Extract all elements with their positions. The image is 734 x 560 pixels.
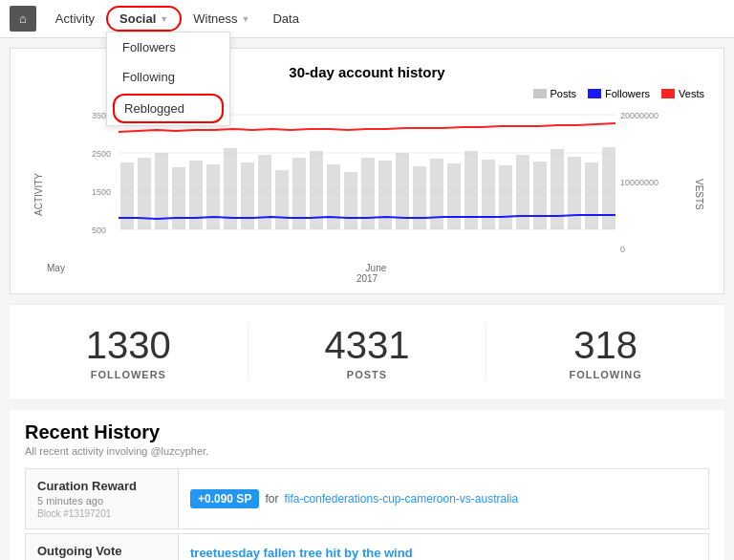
history-time-0: 5 minutes ago — [37, 495, 166, 506]
chart-svg: 3500 2500 1500 500 20000000 10000000 0 — [47, 105, 687, 258]
stat-followers-number: 1330 — [10, 324, 248, 367]
sp-badge-0: +0.090 SP — [190, 489, 259, 508]
svg-rect-39 — [602, 147, 615, 229]
svg-text:500: 500 — [92, 226, 106, 235]
svg-text:20000000: 20000000 — [620, 111, 658, 120]
history-for-text-0: for — [265, 492, 278, 506]
dropdown-following[interactable]: Following — [107, 62, 229, 92]
svg-rect-24 — [344, 172, 357, 229]
svg-text:10000000: 10000000 — [620, 178, 658, 187]
history-left-1: Outgoing Vote 10 minutes ago Block #1319… — [26, 534, 179, 560]
legend-vests-icon — [661, 89, 675, 98]
stat-posts: 4331 POSTS — [248, 324, 486, 380]
svg-rect-23 — [327, 164, 340, 229]
x-label-may: May — [47, 263, 65, 273]
recent-section: Recent History All recent activity invol… — [10, 410, 724, 560]
svg-rect-37 — [568, 157, 581, 229]
chart-year: 2017 — [47, 273, 687, 284]
history-link-0[interactable]: fifa-confederations-cup-cameroon-vs-aust… — [284, 492, 518, 506]
svg-rect-28 — [413, 166, 426, 229]
stat-followers-label: FOLLOWERS — [10, 369, 248, 380]
svg-rect-32 — [482, 160, 495, 229]
svg-rect-33 — [499, 165, 512, 229]
history-item-1: Outgoing Vote 10 minutes ago Block #1319… — [25, 533, 709, 560]
recent-title: Recent History — [25, 421, 709, 443]
y-axis-label-right: VESTS — [687, 105, 704, 284]
y-axis-label-left: ACTIVITY — [30, 105, 47, 284]
svg-rect-34 — [516, 155, 529, 229]
social-dropdown-menu: Followers Following Reblogged — [106, 32, 230, 126]
nav-activity[interactable]: Activity — [44, 6, 106, 32]
svg-text:0: 0 — [620, 245, 625, 254]
legend-followers: Followers — [588, 88, 650, 99]
nav-data[interactable]: Data — [261, 6, 310, 32]
x-label-june: June — [366, 263, 387, 273]
legend-followers-icon — [588, 89, 601, 98]
stat-posts-number: 4331 — [248, 324, 486, 367]
stat-posts-label: POSTS — [248, 369, 486, 380]
dropdown-followers[interactable]: Followers — [107, 32, 229, 62]
chart-xaxis: May June — [47, 261, 687, 273]
svg-rect-35 — [533, 162, 547, 229]
history-right-1: treetuesday fallen tree hit by the wind … — [179, 534, 708, 560]
nav-social-button[interactable]: Social ▼ — [106, 6, 182, 32]
svg-rect-26 — [378, 161, 392, 229]
nav-witness[interactable]: Witness ▼ — [182, 6, 261, 32]
svg-rect-18 — [241, 162, 254, 229]
navbar: ⌂ Activity Social ▼ Followers Following … — [0, 0, 734, 38]
chart-inner: 3500 2500 1500 500 20000000 10000000 0 — [47, 105, 687, 284]
stat-following: 318 FOLLOWING — [486, 324, 724, 380]
dropdown-reblogged[interactable]: Reblogged — [113, 94, 224, 123]
svg-text:2500: 2500 — [92, 149, 111, 159]
stat-following-number: 318 — [486, 324, 724, 367]
history-right-0: +0.090 SP for fifa-confederations-cup-ca… — [179, 469, 708, 528]
history-type-1: Outgoing Vote — [37, 544, 166, 558]
history-item-0: Curation Reward 5 minutes ago Block #131… — [25, 468, 709, 529]
svg-rect-20 — [275, 170, 289, 229]
nav-social-dropdown: Social ▼ Followers Following Reblogged — [106, 6, 182, 32]
chevron-down-icon: ▼ — [160, 14, 168, 24]
chart-container: ACTIVITY 3500 2500 1500 500 20000000 100… — [30, 105, 704, 284]
svg-rect-38 — [585, 162, 598, 229]
legend-vests: Vests — [661, 88, 704, 99]
legend-posts: Posts — [533, 88, 577, 99]
svg-rect-29 — [430, 159, 443, 229]
legend-posts-icon — [533, 89, 547, 98]
stat-followers: 1330 FOLLOWERS — [10, 324, 248, 380]
history-type-0: Curation Reward — [37, 479, 166, 493]
svg-rect-14 — [172, 167, 185, 229]
history-block-0: Block #13197201 — [37, 508, 166, 519]
home-button[interactable]: ⌂ — [10, 6, 36, 32]
history-left-0: Curation Reward 5 minutes ago Block #131… — [26, 469, 179, 528]
stats-row: 1330 FOLLOWERS 4331 POSTS 318 FOLLOWING — [10, 304, 724, 400]
svg-rect-30 — [447, 163, 461, 229]
svg-text:1500: 1500 — [92, 187, 111, 197]
svg-rect-11 — [120, 162, 134, 229]
recent-subtitle: All recent activity involving @luzcypher… — [25, 445, 709, 457]
history-link-1[interactable]: treetuesday fallen tree hit by the wind — [190, 546, 413, 560]
chevron-down-icon-witness: ▼ — [241, 14, 249, 24]
svg-rect-16 — [206, 164, 220, 229]
stat-following-label: FOLLOWING — [486, 369, 724, 380]
svg-rect-36 — [550, 149, 564, 229]
svg-rect-15 — [189, 161, 203, 229]
